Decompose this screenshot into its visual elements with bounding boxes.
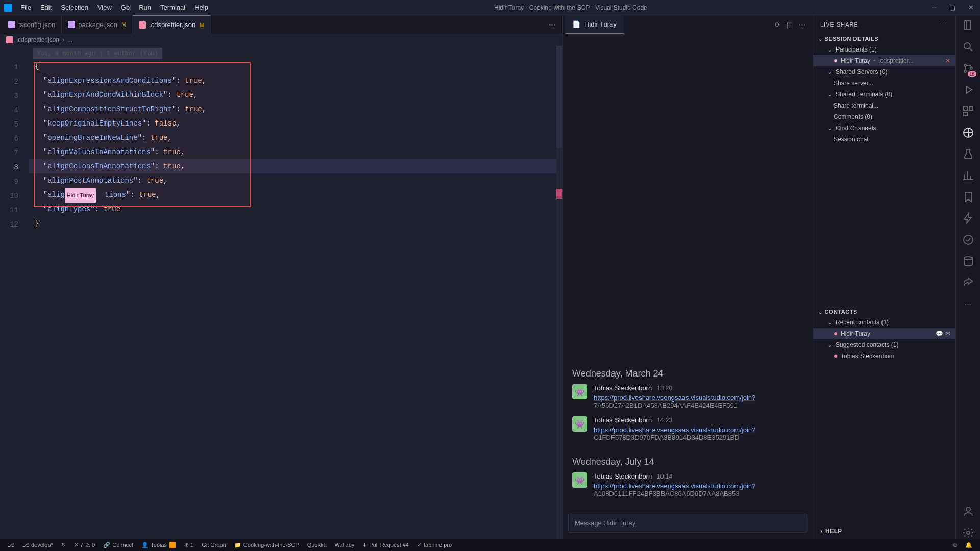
participant-item[interactable]: Hidir Turay • .cdsprettier... ✕	[813, 55, 955, 66]
menu-help[interactable]: Help	[190, 2, 212, 13]
menu-view[interactable]: View	[93, 2, 116, 13]
more-icon[interactable]: ⋯	[962, 298, 974, 310]
code-line[interactable]: "alignExprAndCondWithinBlock": true,	[29, 88, 556, 102]
chevron-down-icon: ⌄	[827, 91, 832, 98]
recent-contacts-header[interactable]: ⌄ Recent contacts (1)	[813, 317, 955, 328]
menu-go[interactable]: Go	[117, 2, 134, 13]
feedback-icon[interactable]: ☺	[949, 542, 962, 548]
split-icon[interactable]: ◫	[787, 21, 793, 29]
source-control-icon[interactable]: 16	[962, 62, 974, 74]
chat-panel: 📄 Hidir Turay ⟳ ◫ ⋯ Wednesday, March 24👾…	[562, 15, 813, 539]
minimize-button[interactable]: ─	[929, 4, 939, 11]
code-line[interactable]: {	[29, 59, 556, 73]
code-line[interactable]: "alignCompositionStructToRight": true,	[29, 102, 556, 116]
suggested-contact-item[interactable]: Tobias Steckenborn	[813, 350, 955, 362]
bookmark-icon[interactable]	[962, 191, 974, 203]
code-line[interactable]: "alignExpressionsAndConditions": true,	[29, 73, 556, 88]
code-line[interactable]: "aligHidir Turaytions": true,	[29, 188, 556, 202]
account-icon[interactable]	[962, 505, 974, 517]
shared-terminals-header[interactable]: ⌄ Shared Terminals (0)	[813, 89, 955, 100]
wallaby-button[interactable]: Wallaby	[331, 539, 358, 551]
message-link[interactable]: https://prod.liveshare.vsengsaas.visuals…	[594, 426, 755, 434]
session-chat-item[interactable]: Session chat	[813, 134, 955, 145]
gitgraph-button[interactable]: Git Graph	[198, 539, 230, 551]
maximize-button[interactable]: ▢	[947, 4, 958, 11]
refresh-icon[interactable]: ⟳	[775, 21, 780, 29]
breadcrumb[interactable]: .cdsprettier.json › ...	[0, 34, 562, 46]
liveshare-icon[interactable]	[962, 127, 974, 139]
session-details-header[interactable]: ⌄ SESSION DETAILS	[813, 34, 955, 44]
branch-button[interactable]: ⎇ develop*	[19, 539, 57, 551]
share-arrow-icon[interactable]	[962, 277, 974, 289]
search-icon[interactable]	[962, 41, 974, 53]
editor-more-icon[interactable]: ⋯	[549, 21, 555, 29]
menu-run[interactable]: Run	[135, 2, 155, 13]
mail-icon[interactable]: ✉	[945, 330, 950, 337]
chevron-down-icon: ⌄	[827, 341, 832, 348]
code-line[interactable]: "alignValuesInAnnotations": true,	[29, 145, 556, 159]
editor[interactable]: 123456789101112 You, a month ago | 1 aut…	[0, 46, 562, 539]
code-line[interactable]: "alignPostAnnotations": true,	[29, 173, 556, 188]
check-icon[interactable]	[962, 234, 974, 246]
tab-.cdsprettier.json[interactable]: .cdsprettier.jsonM	[133, 15, 211, 34]
code-line[interactable]: "alignColonsInAnnotations": true,	[29, 159, 556, 173]
suggested-contacts-header[interactable]: ⌄ Suggested contacts (1)	[813, 339, 955, 350]
chat-input[interactable]: Message Hidir Turay	[568, 514, 807, 533]
chat-tab[interactable]: 📄 Hidir Turay	[565, 15, 624, 34]
test-icon[interactable]	[962, 148, 974, 160]
menu-edit[interactable]: Edit	[36, 2, 56, 13]
chat-message: 👾 Tobias Steckenborn13:20 https://prod.l…	[572, 384, 803, 409]
chat-tab-title: Hidir Turay	[584, 20, 617, 28]
pr-button[interactable]: ⬇ Pull Request #4	[359, 539, 412, 551]
code-line[interactable]: "keepOriginalEmptyLines": false,	[29, 116, 556, 131]
contacts-header[interactable]: ⌄ CONTACTS	[813, 307, 955, 317]
more-icon[interactable]: ⋯	[942, 21, 948, 28]
comments-item[interactable]: Comments (0)	[813, 111, 955, 122]
liveshare-user[interactable]: 👤 Tobias 🟧	[138, 539, 180, 551]
participants-header[interactable]: ⌄ Participants (1)	[813, 44, 955, 55]
share-terminal-item[interactable]: Share terminal...	[813, 100, 955, 111]
chevron-down-icon: ⌄	[827, 319, 832, 326]
share-server-item[interactable]: Share server...	[813, 78, 955, 89]
svg-point-2	[964, 64, 966, 66]
menu-selection[interactable]: Selection	[57, 2, 92, 13]
remote-button[interactable]: ⎇	[4, 539, 18, 551]
project-button[interactable]: 📁 Cooking-with-the-SCP	[231, 539, 303, 551]
message-link[interactable]: https://prod.liveshare.vsengsaas.visuals…	[594, 394, 755, 402]
sync-button[interactable]: ↻	[58, 539, 69, 551]
tab-tsconfig.json[interactable]: tsconfig.json	[2, 15, 62, 34]
chart-icon[interactable]	[962, 169, 974, 182]
tabnine-button[interactable]: ✓ tabnine pro	[413, 539, 455, 551]
shared-servers-header[interactable]: ⌄ Shared Servers (0)	[813, 66, 955, 78]
problems-button[interactable]: ✕ 7 ⚠ 0	[70, 539, 99, 551]
debug-icon[interactable]	[962, 84, 974, 96]
quokka-button[interactable]: Quokka	[304, 539, 330, 551]
close-button[interactable]: ✕	[966, 4, 976, 11]
help-header[interactable]: › HELP	[813, 523, 955, 539]
recent-contact-item[interactable]: Hidir Turay 💬 ✉	[813, 328, 955, 339]
settings-icon[interactable]	[962, 527, 974, 539]
extensions-icon[interactable]	[962, 105, 974, 117]
code-line[interactable]: }	[29, 216, 556, 231]
notifications-button[interactable]: 🔔	[962, 542, 976, 548]
lightning-icon[interactable]	[962, 212, 974, 224]
connect-button[interactable]: 🔗 Connect	[100, 539, 137, 551]
message-author: Tobias Steckenborn	[594, 384, 652, 392]
more-icon[interactable]: ⋯	[799, 21, 805, 29]
chat-icon[interactable]: 💬	[936, 330, 943, 337]
database-icon[interactable]	[962, 255, 974, 267]
explorer-icon[interactable]	[962, 19, 974, 32]
code-line[interactable]: "alignTypes": true	[29, 202, 556, 216]
menu-file[interactable]: File	[16, 2, 35, 13]
tab-package.json[interactable]: package.jsonM	[62, 15, 133, 34]
message-time: 13:20	[657, 385, 672, 392]
message-author: Tobias Steckenborn	[594, 416, 652, 424]
close-icon[interactable]: ✕	[945, 57, 950, 64]
menu-terminal[interactable]: Terminal	[156, 2, 189, 13]
svg-rect-6	[969, 107, 973, 110]
code-line[interactable]: "openingBraceInNewLine": true,	[29, 131, 556, 145]
chat-channels-header[interactable]: ⌄ Chat Channels	[813, 122, 955, 134]
message-link[interactable]: https://prod.liveshare.vsengsaas.visuals…	[594, 482, 755, 490]
coauthors[interactable]: ⊕ 1	[181, 539, 197, 551]
minimap[interactable]	[556, 46, 562, 539]
